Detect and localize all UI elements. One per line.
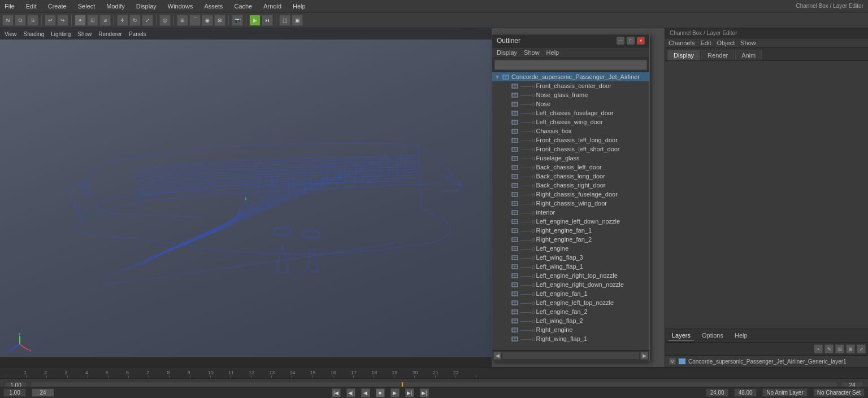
end-frame-2-display[interactable]: 48.00 xyxy=(734,388,757,397)
tree-item-2[interactable]: ——o Nose_glass_frame xyxy=(492,90,649,99)
outliner-close-btn[interactable]: × xyxy=(637,37,645,45)
end-frame-1-display[interactable]: 24.00 xyxy=(706,388,728,397)
outliner-menu-display[interactable]: Display xyxy=(497,49,517,56)
tree-item-29[interactable]: ——o Right_wing_flap_1 xyxy=(492,334,649,343)
tree-item-13[interactable]: ——o Right_chassis_fuselage_door xyxy=(492,190,649,199)
tree-item-4[interactable]: ——o Left_chassis_fuselage_door xyxy=(492,108,649,117)
app-menu-assets[interactable]: Assets xyxy=(202,2,225,11)
tree-item-23[interactable]: ——o Left_engine_right_down_nozzle xyxy=(492,280,649,289)
app-menu-cache[interactable]: Cache xyxy=(232,2,254,11)
app-menu-arnold[interactable]: Arnold xyxy=(261,2,284,11)
toolbar-ipr-btn[interactable]: ⏯ xyxy=(262,15,273,26)
tree-item-6[interactable]: ——o Chassis_box xyxy=(492,126,649,135)
app-menu-display[interactable]: Display xyxy=(134,2,159,11)
tree-item-14[interactable]: ——o Right_chassis_wing_door xyxy=(492,199,649,208)
viewport-menu-renderer[interactable]: Renderer xyxy=(98,31,122,37)
outliner-maximize-btn[interactable]: □ xyxy=(627,37,635,45)
tree-item-7[interactable]: ——o Front_chassis_left_long_door xyxy=(492,135,649,145)
viewport-menu-lighting[interactable]: Lighting xyxy=(51,31,71,37)
toolbar-move-btn[interactable]: ✛ xyxy=(117,15,128,26)
playback-stop-btn[interactable]: ■ xyxy=(376,388,385,397)
layers-tab-layers[interactable]: Layers xyxy=(669,331,694,340)
cb-menu-edit[interactable]: Edit xyxy=(700,40,711,46)
toolbar-select-mode-btn[interactable]: ▣ xyxy=(292,15,303,26)
playback-play-btn[interactable]: ▶ xyxy=(390,388,400,397)
outliner-tree[interactable]: ▼ Concorde_supersonic_Passenger_Jet_Airl… xyxy=(492,72,649,350)
layers-tool-2[interactable]: ✎ xyxy=(824,344,834,353)
tree-item-15[interactable]: ——o interior xyxy=(492,208,649,217)
app-menu-edit[interactable]: Edit xyxy=(24,2,39,11)
anim-layer-selector[interactable]: No Anim Layer xyxy=(762,388,808,397)
tree-item-16[interactable]: ——o Left_engine_left_down_nozzle xyxy=(492,217,649,226)
toolbar-select-btn[interactable]: ✦ xyxy=(75,15,86,26)
toolbar-scale-btn[interactable]: ⤢ xyxy=(142,15,153,26)
outliner-scroll-right-btn[interactable]: ▶ xyxy=(640,352,648,360)
app-menu-windows[interactable]: Windows xyxy=(166,2,196,11)
viewport-menu-shading[interactable]: Shading xyxy=(24,31,45,37)
tree-item-18[interactable]: ——o Right_engine_fan_2 xyxy=(492,235,649,244)
playback-prev-btn[interactable]: ◀ xyxy=(361,388,370,397)
viewport[interactable]: View Shading Lighting Show Renderer Pane… xyxy=(0,28,492,367)
toolbar-save-btn[interactable]: S xyxy=(27,15,38,26)
cb-menu-object[interactable]: Object xyxy=(717,40,735,46)
toolbar-snap-grid-btn[interactable]: ⊞ xyxy=(177,15,188,26)
layers-tool-5[interactable]: ⤢ xyxy=(857,344,866,353)
tree-item-19[interactable]: ——o Left_engine xyxy=(492,244,649,253)
layer-item[interactable]: V Concorde_supersonic_Passenger_Jet_Airl… xyxy=(667,357,866,366)
toolbar-open-btn[interactable]: O xyxy=(15,15,26,26)
tree-item-28[interactable]: ——o Right_engine xyxy=(492,325,649,334)
outliner-scroll-track[interactable] xyxy=(502,352,639,359)
tree-item-17[interactable]: ——o Right_engine_fan_1 xyxy=(492,226,649,235)
viewport-menu-show[interactable]: Show xyxy=(77,31,92,37)
toolbar-soft-btn[interactable]: ◎ xyxy=(159,15,171,26)
outliner-menu-help[interactable]: Help xyxy=(546,49,559,56)
tree-item-24[interactable]: ——o Left_engine_fan_1 xyxy=(492,289,649,298)
outliner-scroll-left-btn[interactable]: ◀ xyxy=(493,352,501,360)
viewport-menu-view[interactable]: View xyxy=(5,31,17,37)
outliner-minimize-btn[interactable]: — xyxy=(617,37,624,45)
toolbar-new-btn[interactable]: N xyxy=(2,15,14,26)
cb-menu-show[interactable]: Show xyxy=(740,40,756,46)
layers-tool-1[interactable]: + xyxy=(814,344,823,353)
playback-next-btn[interactable]: ▶| xyxy=(405,388,414,397)
char-set-selector[interactable]: No Character Set xyxy=(813,388,865,397)
layers-tab-help[interactable]: Help xyxy=(731,331,751,340)
toolbar-snap-point-btn[interactable]: ◉ xyxy=(202,15,213,26)
tab-render[interactable]: Render xyxy=(701,50,734,60)
tree-item-root[interactable]: ▼ Concorde_supersonic_Passenger_Jet_Airl… xyxy=(492,72,649,81)
tree-item-5[interactable]: ——o Left_chassis_wing_door xyxy=(492,117,649,126)
layers-tool-4[interactable]: ⊞ xyxy=(846,344,855,353)
toolbar-paint-btn[interactable]: ⌀ xyxy=(99,15,111,26)
layers-tab-options[interactable]: Options xyxy=(698,331,727,340)
layers-tool-3[interactable]: ⊟ xyxy=(835,344,844,353)
viewport-menu-panels[interactable]: Panels xyxy=(129,31,146,37)
tab-anim[interactable]: Anim xyxy=(735,50,762,60)
tree-item-3[interactable]: ——o Nose xyxy=(492,99,649,108)
tree-item-27[interactable]: ——o Left_wing_flap_2 xyxy=(492,316,649,325)
tree-item-10[interactable]: ——o Back_chassis_left_door xyxy=(492,163,649,172)
tree-item-25[interactable]: ——o Left_engine_left_top_nozzle xyxy=(492,298,649,307)
tab-display[interactable]: Display xyxy=(667,50,700,60)
outliner-search-input[interactable] xyxy=(494,60,647,70)
tree-item-8[interactable]: ——o Front_chassis_left_short_door xyxy=(492,145,649,154)
toolbar-snap-view-btn[interactable]: ⊠ xyxy=(214,15,225,26)
playback-go-end-btn[interactable]: ▶| xyxy=(420,388,429,397)
timeline-ruler[interactable]: 12345678910111213141516171819202122 xyxy=(0,368,868,379)
outliner-menu-show[interactable]: Show xyxy=(524,49,540,56)
tree-item-21[interactable]: ——o Left_wing_flap_1 xyxy=(492,262,649,271)
playback-go-start-btn[interactable]: |◀ xyxy=(332,388,341,397)
tree-item-22[interactable]: ——o Left_engine_right_top_nozzle xyxy=(492,271,649,280)
toolbar-show-hide-btn[interactable]: ◫ xyxy=(279,15,290,26)
app-menu-file[interactable]: File xyxy=(2,2,17,11)
app-menu-create[interactable]: Create xyxy=(46,2,69,11)
toolbar-lasso-btn[interactable]: ⊡ xyxy=(87,15,98,26)
toolbar-render-btn[interactable]: ▶ xyxy=(249,15,261,26)
toolbar-snap-curve-btn[interactable]: ⌒ xyxy=(189,15,201,26)
toolbar-redo-btn[interactable]: ↪ xyxy=(57,15,68,26)
tree-item-20[interactable]: ——o Left_wing_flap_3 xyxy=(492,253,649,262)
playback-prev-frame-btn[interactable]: ◀| xyxy=(346,388,355,397)
toolbar-undo-btn[interactable]: ↩ xyxy=(45,15,56,26)
layer-color-swatch[interactable] xyxy=(678,358,686,365)
tree-item-9[interactable]: ——o Fuselage_glass xyxy=(492,154,649,163)
tree-item-11[interactable]: ——o Back_chassis_long_door xyxy=(492,172,649,181)
